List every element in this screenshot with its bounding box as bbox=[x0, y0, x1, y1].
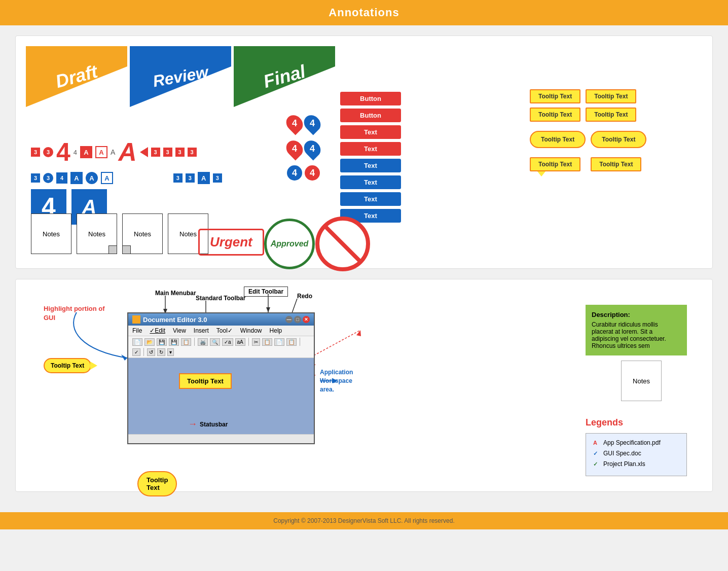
legends-box: Legends A App Specification.pdf ✓ GUI Sp… bbox=[586, 417, 687, 476]
note-label-2: Notes bbox=[88, 230, 105, 238]
menu-tools[interactable]: Tool✓ bbox=[216, 327, 233, 334]
description-text: Curabitur ridiculus mollis placerat at l… bbox=[592, 321, 681, 349]
standard-toolbar-text: Standard Toolbar bbox=[196, 295, 245, 302]
notes-box-bottom: Notes bbox=[621, 361, 662, 401]
badge-num-3-red-sq-3: 3 bbox=[163, 148, 172, 157]
tb-paste[interactable]: 📄 bbox=[274, 338, 284, 346]
tooltip-callout-wrapper-1: Tooltip Text bbox=[530, 157, 580, 171]
approved-stamp: Approved bbox=[264, 219, 315, 269]
banner-draft: Draft bbox=[26, 46, 127, 107]
tb-cut[interactable]: ✂ bbox=[252, 338, 260, 346]
menu-file[interactable]: File bbox=[132, 327, 142, 334]
buttons-column: Button Button Text Text Text Text Text T… bbox=[340, 92, 401, 223]
main-menubar-text: Main Menubar bbox=[155, 290, 196, 297]
page-header: Annotations bbox=[0, 0, 728, 25]
tooltips-section: Tooltip Text Tooltip Text Tooltip Text T… bbox=[530, 89, 702, 171]
menu-insert[interactable]: Insert bbox=[194, 327, 209, 334]
button-red-2[interactable]: Button bbox=[340, 109, 401, 122]
notes-section: Notes Notes Notes Notes bbox=[31, 213, 208, 254]
svg-line-13 bbox=[314, 330, 360, 355]
letter-a-plain: A bbox=[111, 148, 115, 156]
statusbar-label: Statusbar bbox=[200, 421, 228, 428]
doc-editor-titlebar: Document Editor 3.0 — □ ✕ bbox=[128, 313, 314, 326]
tb-copy[interactable]: 📋 bbox=[262, 338, 272, 346]
edit-toolbar-box: Edit Toolbar bbox=[244, 287, 288, 297]
doc-editor-title-text: Document Editor 3.0 bbox=[143, 316, 207, 324]
tooltip-rect-3: Tooltip Text bbox=[530, 108, 580, 122]
tb-more[interactable]: ▾ bbox=[167, 348, 174, 356]
badge-num-3-blue-sq-2: 3 bbox=[173, 173, 183, 183]
bottom-tooltip-text: Tooltip Text bbox=[147, 476, 168, 491]
tooltip-rect-2: Tooltip Text bbox=[586, 89, 636, 103]
button-text-red-2[interactable]: Text bbox=[340, 142, 401, 156]
legend-item-pdf: A App Specification.pdf bbox=[591, 439, 681, 447]
menu-help[interactable]: Help bbox=[270, 327, 282, 334]
note-1: Notes bbox=[31, 213, 71, 254]
highlight-text: Highlight portion ofGUI bbox=[44, 305, 105, 322]
tb-page[interactable]: 📋 bbox=[181, 338, 191, 346]
badge-num-3-blue-sq-3: 3 bbox=[186, 173, 195, 183]
menu-edit[interactable]: ✓Edit bbox=[150, 327, 165, 334]
badge-num-3-red-sq-2: 3 bbox=[151, 148, 160, 157]
edit-toolbar-text: Edit Toolbar bbox=[248, 288, 283, 295]
tb-spell2[interactable]: aA bbox=[235, 338, 245, 346]
menu-window[interactable]: Window bbox=[240, 327, 262, 334]
urgent-text: Urgent bbox=[210, 234, 252, 249]
doc-toolbar: 📄 📂 💾 💾 📋 🖨️ 🔍 ✓a aA ✂ 📋 📄 📋 ✓ ↺ ↻ bbox=[128, 336, 314, 358]
tooltip-row-1: Tooltip Text Tooltip Text bbox=[530, 89, 702, 103]
tooltip-callout-1: Tooltip Text bbox=[530, 157, 580, 171]
close-btn[interactable]: ✕ bbox=[303, 316, 310, 323]
note-label-3: Notes bbox=[134, 230, 151, 238]
page-footer: Copyright © 2007-2013 DesignerVista Soft… bbox=[0, 512, 728, 529]
maximize-btn[interactable]: □ bbox=[294, 316, 301, 323]
button-text-blue-1[interactable]: Text bbox=[340, 159, 401, 172]
droplets-left: 4 4 4 4 4 4 bbox=[287, 115, 320, 181]
tb-paste2[interactable]: 📋 bbox=[286, 338, 297, 346]
circle-4-blue: 4 bbox=[287, 165, 302, 181]
button-red-1[interactable]: Button bbox=[340, 92, 401, 105]
svg-marker-7 bbox=[266, 307, 270, 312]
tb-sep-2 bbox=[248, 338, 249, 346]
droplet-4-red-2: 4 bbox=[283, 137, 306, 161]
doc-statusbar bbox=[128, 434, 314, 443]
highlight-label: Highlight portion ofGUI bbox=[44, 304, 105, 322]
tb-new[interactable]: 📄 bbox=[132, 338, 142, 346]
tb-format[interactable]: ✓ bbox=[132, 348, 140, 356]
main-content: Draft Review Final 3 3 4 4 A A A A 3 bbox=[0, 25, 728, 502]
bottom-panel: { Main Menubar Standard Toolbar Edit Too… bbox=[15, 279, 713, 492]
menu-view[interactable]: View bbox=[173, 327, 186, 334]
tb-preview[interactable]: 🔍 bbox=[210, 338, 220, 346]
note-label-4: Notes bbox=[179, 230, 197, 238]
button-text-blue-3[interactable]: Text bbox=[340, 192, 401, 206]
tb-undo[interactable]: ↺ bbox=[147, 348, 155, 356]
tb-sep-4 bbox=[143, 348, 144, 356]
tb-spell[interactable]: ✓a bbox=[222, 338, 233, 346]
tb-save[interactable]: 💾 bbox=[157, 338, 167, 346]
button-text-red-1[interactable]: Text bbox=[340, 125, 401, 139]
banner-review: Review bbox=[130, 46, 231, 107]
no-symbol bbox=[315, 216, 371, 272]
tb-sep-1 bbox=[194, 338, 195, 346]
tb-open[interactable]: 📂 bbox=[144, 338, 155, 346]
tooltip-callout-2: Tooltip Text bbox=[591, 157, 641, 171]
statusbar-label-wrapper: → Statusbar bbox=[188, 419, 228, 430]
tb-save2[interactable]: 💾 bbox=[169, 338, 179, 346]
toolbar-tooltip-text: Tooltip Text bbox=[187, 377, 224, 385]
banner-final: Final bbox=[234, 46, 335, 107]
legend-xls-icon: ✓ bbox=[591, 460, 599, 468]
banner-final-label: Final bbox=[261, 61, 308, 92]
badge-num-3-blue-sq-4: 3 bbox=[213, 173, 222, 183]
tb-print[interactable]: 🖨️ bbox=[198, 338, 208, 346]
tb-redo[interactable]: ↻ bbox=[157, 348, 165, 356]
note-label-1: Notes bbox=[43, 230, 60, 238]
letter-a-red-sq: A bbox=[80, 146, 92, 158]
minimize-btn[interactable]: — bbox=[285, 316, 293, 323]
button-text-blue-2[interactable]: Text bbox=[340, 175, 401, 189]
circle-4-red: 4 bbox=[305, 165, 320, 181]
legends-title: Legends bbox=[586, 417, 687, 428]
letter-a-blue-outline: A bbox=[101, 172, 113, 184]
badge-num-4-blue-sq: 4 bbox=[56, 172, 67, 184]
badge-row-1: 3 3 4 4 A A A A 3 3 3 3 bbox=[31, 137, 222, 167]
doc-editor-title-left: Document Editor 3.0 bbox=[132, 315, 207, 324]
droplet-4-blue-1: 4 bbox=[301, 112, 324, 135]
